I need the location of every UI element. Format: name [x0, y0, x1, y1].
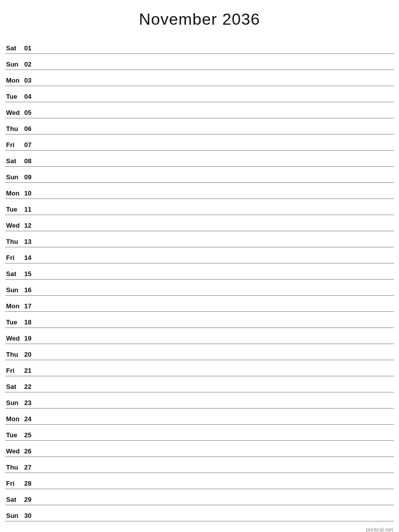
calendar-row: Mon24 — [5, 409, 394, 425]
day-name: Mon — [5, 190, 24, 198]
day-name: Fri — [5, 254, 24, 263]
day-number: 28 — [24, 480, 40, 489]
day-name: Sun — [5, 287, 24, 295]
day-number: 22 — [24, 383, 40, 392]
day-number: 20 — [24, 351, 40, 360]
day-name: Sat — [5, 383, 24, 392]
day-name: Thu — [5, 238, 24, 247]
calendar-table: Sat01Sun02Mon03Tue04Wed05Thu06Fri07Sat08… — [5, 38, 394, 521]
day-name: Sat — [5, 271, 24, 279]
day-name: Sun — [5, 174, 24, 182]
day-number: 06 — [24, 125, 40, 134]
day-name: Sun — [5, 400, 24, 408]
day-line — [40, 69, 394, 70]
calendar-row: Fri14 — [5, 247, 394, 263]
day-line — [40, 343, 394, 344]
calendar-row: Tue25 — [5, 425, 394, 441]
calendar-page: November 2036 Sat01Sun02Mon03Tue04Wed05T… — [0, 0, 399, 532]
day-number: 29 — [24, 496, 40, 505]
calendar-row: Mon03 — [5, 70, 394, 86]
day-number: 25 — [24, 432, 40, 440]
day-line — [40, 359, 394, 360]
day-number: 14 — [24, 254, 40, 263]
day-line — [40, 504, 394, 505]
day-line — [40, 85, 394, 86]
day-line — [40, 117, 394, 118]
day-name: Tue — [5, 93, 24, 102]
calendar-row: Fri21 — [5, 360, 394, 376]
calendar-row: Sun16 — [5, 280, 394, 296]
calendar-row: Wed12 — [5, 215, 394, 231]
day-line — [40, 311, 394, 311]
day-name: Sat — [5, 45, 24, 53]
day-number: 23 — [24, 400, 40, 408]
calendar-row: Thu06 — [5, 118, 394, 135]
day-number: 21 — [24, 367, 40, 376]
day-name: Wed — [5, 335, 24, 344]
day-line — [40, 230, 394, 231]
day-name: Wed — [5, 448, 24, 456]
day-name: Tue — [5, 319, 24, 327]
day-line — [40, 101, 394, 102]
day-number: 11 — [24, 206, 40, 215]
calendar-row: Thu20 — [5, 344, 394, 360]
day-number: 08 — [24, 158, 40, 166]
calendar-row: Sun23 — [5, 392, 394, 409]
day-line — [40, 279, 394, 279]
day-line — [40, 424, 394, 424]
calendar-row: Sat08 — [5, 151, 394, 167]
day-number: 03 — [24, 77, 40, 86]
day-number: 18 — [24, 319, 40, 327]
day-name: Mon — [5, 416, 24, 424]
day-number: 05 — [24, 109, 40, 118]
day-line — [40, 375, 394, 376]
calendar-row: Tue04 — [5, 86, 394, 102]
day-line — [40, 472, 394, 473]
day-name: Fri — [5, 142, 24, 150]
watermark: printcal.net — [366, 526, 393, 532]
day-name: Tue — [5, 206, 24, 215]
calendar-row: Thu13 — [5, 231, 394, 247]
day-line — [40, 262, 394, 263]
calendar-row: Mon10 — [5, 183, 394, 199]
day-number: 19 — [24, 335, 40, 344]
day-name: Mon — [5, 77, 24, 86]
day-line — [40, 391, 394, 392]
day-name: Mon — [5, 303, 24, 311]
day-name: Sat — [5, 496, 24, 505]
day-line — [40, 295, 394, 295]
day-number: 02 — [24, 61, 40, 70]
day-name: Sun — [5, 61, 24, 70]
day-line — [40, 520, 394, 521]
day-line — [40, 214, 394, 215]
calendar-row: Sun02 — [5, 54, 394, 70]
calendar-row: Fri07 — [5, 135, 394, 151]
day-line — [40, 198, 394, 198]
day-name: Thu — [5, 464, 24, 473]
day-name: Thu — [5, 351, 24, 360]
calendar-row: Fri28 — [5, 473, 394, 489]
day-line — [40, 456, 394, 456]
calendar-row: Sun30 — [5, 505, 394, 521]
calendar-row: Wed19 — [5, 328, 394, 344]
day-number: 09 — [24, 174, 40, 182]
day-line — [40, 134, 394, 134]
day-line — [40, 488, 394, 489]
day-number: 07 — [24, 142, 40, 150]
calendar-row: Tue11 — [5, 199, 394, 215]
calendar-row: Tue18 — [5, 312, 394, 328]
day-line — [40, 440, 394, 440]
day-name: Fri — [5, 367, 24, 376]
day-number: 17 — [24, 303, 40, 311]
calendar-row: Sat29 — [5, 489, 394, 505]
day-name: Wed — [5, 109, 24, 118]
calendar-row: Sat15 — [5, 263, 394, 280]
day-number: 04 — [24, 93, 40, 102]
day-name: Tue — [5, 432, 24, 440]
day-name: Sun — [5, 512, 24, 521]
calendar-row: Sun09 — [5, 167, 394, 183]
day-line — [40, 182, 394, 182]
calendar-row: Wed26 — [5, 441, 394, 457]
calendar-title: November 2036 — [5, 10, 394, 29]
day-line — [40, 53, 394, 53]
